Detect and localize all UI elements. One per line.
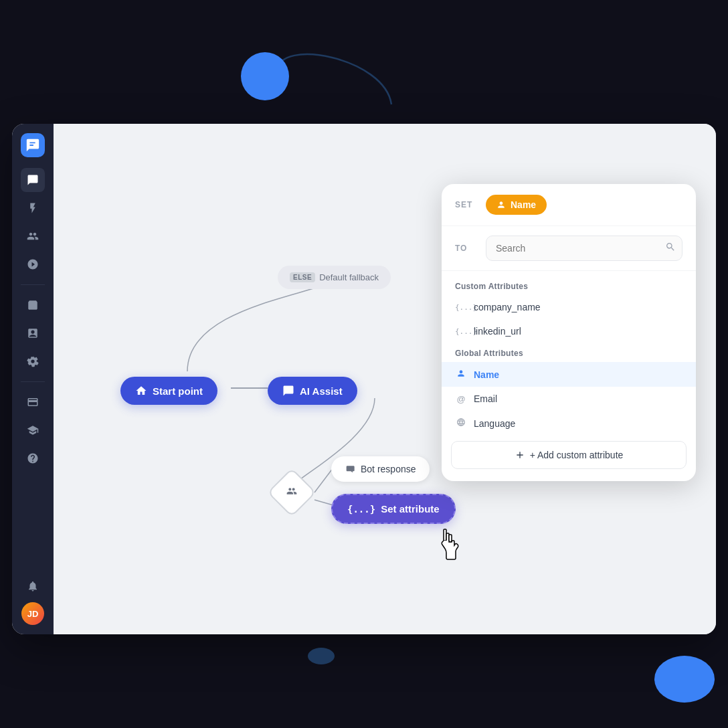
sidebar-logo[interactable] (21, 133, 45, 157)
blob-bottom-center (308, 648, 335, 664)
popup-card: SET Name TO Custom Attribut (442, 184, 696, 481)
custom-attrs-header: Custom Attributes (442, 276, 696, 295)
set-attribute-label: Set attribute (381, 503, 440, 515)
diamond-inner (286, 486, 297, 499)
sidebar-item-card[interactable] (21, 390, 45, 414)
linkedin-url-label: linkedin_url (474, 326, 521, 337)
node-fallback: ELSE Default fallback (278, 266, 391, 289)
company-name-icon: {...} (455, 303, 467, 312)
to-label: TO (455, 244, 475, 253)
sidebar-item-bell[interactable] (21, 574, 45, 598)
email-attr-label: Email (474, 393, 497, 404)
blob-top (241, 52, 289, 100)
set-attr-icon: {...} (347, 504, 375, 515)
sidebar-item-bolt[interactable] (21, 196, 45, 220)
name-icon (455, 369, 467, 380)
attr-name[interactable]: Name (442, 362, 696, 387)
sidebar-item-settings[interactable] (21, 349, 45, 373)
node-bot-response[interactable]: Bot response (331, 456, 430, 482)
search-wrap (486, 236, 682, 261)
avatar-initials: JD (27, 609, 39, 619)
company-name-label: company_name (474, 302, 541, 312)
bot-response-label: Bot response (361, 464, 416, 474)
sidebar-divider-1 (21, 284, 45, 285)
else-badge: ELSE (290, 272, 315, 282)
node-diamond (267, 468, 316, 517)
sidebar-item-help[interactable] (21, 446, 45, 470)
attr-company-name[interactable]: {...} company_name (442, 295, 696, 319)
start-label: Start point (153, 385, 203, 397)
selected-attribute-badge[interactable]: Name (486, 195, 547, 215)
sidebar-item-reports[interactable] (21, 321, 45, 345)
set-label: SET (455, 200, 475, 209)
add-custom-attribute-button[interactable]: + Add custom attribute (451, 441, 687, 469)
sidebar-item-contacts[interactable] (21, 224, 45, 248)
sidebar-item-archive[interactable] (21, 293, 45, 317)
dropdown-content: Custom Attributes {...} company_name {..… (442, 271, 696, 481)
name-attr-label: Name (474, 369, 499, 380)
global-attrs-header: Global Attributes (442, 343, 696, 362)
attr-language[interactable]: Language (442, 411, 696, 436)
sidebar-divider-2 (21, 381, 45, 382)
name-badge-label: Name (511, 199, 536, 210)
canvas-area: ELSE Default fallback Start point AI Ass… (54, 124, 716, 634)
search-icon (665, 242, 676, 255)
sidebar-item-learn[interactable] (21, 418, 45, 442)
email-icon: @ (455, 394, 467, 404)
attr-linkedin-url[interactable]: {...} linkedin_url (442, 319, 696, 343)
set-row: SET Name (442, 184, 696, 226)
node-set-attribute[interactable]: {...} Set attribute (331, 494, 456, 524)
avatar[interactable]: JD (21, 602, 44, 625)
sidebar-item-inbox[interactable] (21, 252, 45, 276)
fallback-label: Default fallback (319, 272, 379, 282)
node-ai-assist[interactable]: AI Assist (268, 377, 357, 405)
language-icon (455, 418, 467, 429)
add-custom-label: + Add custom attribute (530, 450, 624, 460)
ai-assist-label: AI Assist (300, 385, 343, 397)
svg-line-2 (314, 500, 333, 505)
to-row: TO (442, 226, 696, 271)
linkedin-url-icon: {...} (455, 327, 467, 336)
sidebar-item-chat[interactable] (21, 168, 45, 192)
language-attr-label: Language (474, 418, 515, 429)
attr-email[interactable]: @ Email (442, 387, 696, 411)
node-start[interactable]: Start point (120, 377, 217, 405)
sidebar: JD (12, 124, 54, 634)
blob-bottom-right (654, 656, 715, 703)
search-input[interactable] (486, 236, 682, 261)
cursor-hand (438, 529, 465, 567)
sidebar-bottom: JD (21, 574, 45, 625)
svg-line-1 (314, 468, 333, 492)
app-window: JD ELSE Default fallback Start point (12, 124, 716, 634)
